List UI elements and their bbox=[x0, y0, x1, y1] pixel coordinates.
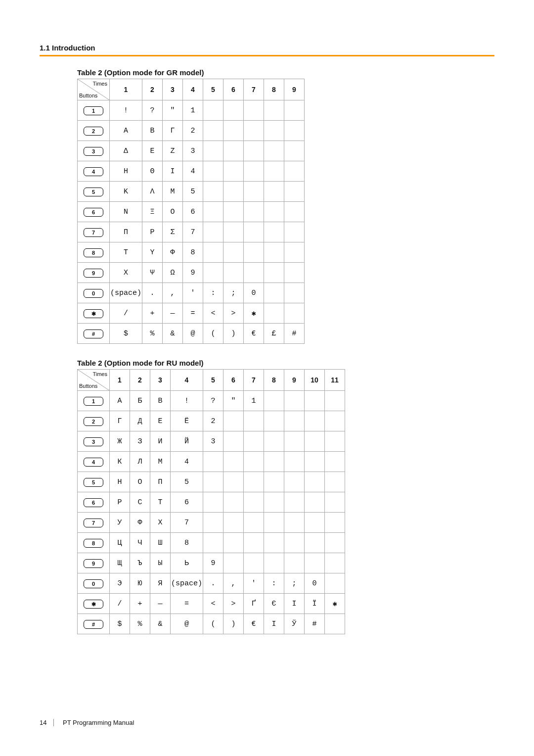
button-cell: 5 bbox=[78, 472, 110, 492]
button-cell: 0 bbox=[78, 573, 110, 594]
char-cell: Θ bbox=[142, 161, 163, 182]
column-header: 4 bbox=[171, 370, 203, 391]
char-cell: Ф bbox=[130, 513, 150, 533]
char-cell bbox=[223, 452, 244, 472]
char-cell bbox=[325, 411, 345, 431]
char-cell: Щ bbox=[110, 553, 130, 573]
button-cell: 3 bbox=[78, 141, 110, 161]
char-cell: : bbox=[264, 573, 284, 594]
char-cell: = bbox=[171, 594, 203, 614]
char-cell: (space) bbox=[171, 573, 203, 594]
char-cell bbox=[264, 303, 284, 324]
char-cell: . bbox=[142, 283, 163, 303]
char-cell: Е bbox=[150, 411, 171, 431]
button-cell: 5 bbox=[78, 182, 110, 202]
column-header: 5 bbox=[203, 370, 223, 391]
char-cell: ? bbox=[142, 100, 163, 121]
column-header: 2 bbox=[130, 370, 150, 391]
table-row: 3ЖЗИЙ3 bbox=[78, 431, 345, 452]
char-cell: Γ bbox=[163, 121, 183, 141]
char-cell bbox=[244, 161, 264, 182]
char-cell bbox=[264, 182, 284, 202]
page-footer: 14 PT Programming Manual bbox=[40, 719, 134, 726]
table-row: 6РСТ6 bbox=[78, 492, 345, 513]
table-row: 1!?"1 bbox=[78, 100, 305, 121]
char-cell bbox=[203, 222, 223, 242]
keycap-icon: 6 bbox=[84, 498, 103, 507]
corner-label-times: Times bbox=[92, 81, 107, 87]
char-cell: @ bbox=[171, 614, 203, 634]
char-cell bbox=[284, 141, 305, 161]
char-cell bbox=[223, 121, 244, 141]
table-row: 7ΠΡΣ7 bbox=[78, 222, 305, 242]
keycap-icon: 7 bbox=[84, 519, 103, 527]
char-cell: " bbox=[163, 100, 183, 121]
button-cell: 4 bbox=[78, 452, 110, 472]
keycap-icon: 0 bbox=[84, 579, 103, 588]
char-cell bbox=[305, 553, 325, 573]
column-header: 6 bbox=[223, 79, 244, 100]
column-header: 10 bbox=[305, 370, 325, 391]
keycap-icon: 6 bbox=[84, 208, 103, 217]
char-cell: Ё bbox=[171, 411, 203, 431]
char-cell: Η bbox=[110, 161, 142, 182]
char-cell: Φ bbox=[163, 242, 183, 263]
keycap-icon: 3 bbox=[84, 147, 103, 156]
table-row: ✱/+—=<>✱ bbox=[78, 303, 305, 324]
char-cell: Τ bbox=[110, 242, 142, 263]
keycap-icon: 5 bbox=[84, 188, 103, 196]
char-cell: Ї bbox=[305, 594, 325, 614]
keycap-icon: ✱ bbox=[84, 600, 103, 609]
char-cell: 6 bbox=[183, 202, 203, 222]
keycap-icon: ✱ bbox=[84, 309, 103, 318]
char-cell bbox=[325, 472, 345, 492]
table-row: 5ΚΛΜ5 bbox=[78, 182, 305, 202]
column-header: 9 bbox=[284, 79, 305, 100]
char-cell bbox=[284, 263, 305, 283]
char-cell: Ў bbox=[284, 614, 305, 634]
char-cell bbox=[264, 202, 284, 222]
char-cell: 0 bbox=[305, 573, 325, 594]
char-cell: Μ bbox=[163, 182, 183, 202]
button-cell: # bbox=[78, 614, 110, 634]
char-cell bbox=[244, 533, 264, 553]
char-cell: 3 bbox=[183, 141, 203, 161]
char-cell: > bbox=[223, 303, 244, 324]
char-cell: 1 bbox=[244, 391, 264, 411]
keycap-icon: # bbox=[84, 330, 103, 338]
char-cell bbox=[203, 141, 223, 161]
keycap-icon: 9 bbox=[84, 269, 103, 278]
char-cell: А bbox=[110, 391, 130, 411]
char-cell bbox=[223, 492, 244, 513]
char-cell bbox=[325, 513, 345, 533]
table-corner-cell: TimesButtons bbox=[78, 79, 110, 100]
char-cell: Ъ bbox=[130, 553, 150, 573]
table-row: 1АБВ!?"1 bbox=[78, 391, 345, 411]
char-cell: Х bbox=[150, 513, 171, 533]
char-cell bbox=[203, 492, 223, 513]
char-cell: — bbox=[150, 594, 171, 614]
char-cell bbox=[244, 553, 264, 573]
char-cell: & bbox=[150, 614, 171, 634]
char-cell: Δ bbox=[110, 141, 142, 161]
keycap-icon: 9 bbox=[84, 559, 103, 568]
char-cell bbox=[325, 492, 345, 513]
char-cell bbox=[305, 513, 325, 533]
char-cell: Ξ bbox=[142, 202, 163, 222]
char-cell bbox=[284, 121, 305, 141]
char-cell: = bbox=[183, 303, 203, 324]
char-cell: І bbox=[264, 614, 284, 634]
char-cell bbox=[244, 513, 264, 533]
char-cell bbox=[264, 121, 284, 141]
char-cell: Χ bbox=[110, 263, 142, 283]
char-cell: # bbox=[284, 324, 305, 344]
char-cell: — bbox=[163, 303, 183, 324]
button-cell: 7 bbox=[78, 513, 110, 533]
tables-container: Table 2 (Option mode for GR model)TimesB… bbox=[40, 68, 494, 634]
char-cell: І bbox=[284, 594, 305, 614]
char-cell: 2 bbox=[183, 121, 203, 141]
button-cell: 0 bbox=[78, 283, 110, 303]
char-cell: ? bbox=[203, 391, 223, 411]
char-cell bbox=[203, 161, 223, 182]
char-cell: € bbox=[244, 324, 264, 344]
